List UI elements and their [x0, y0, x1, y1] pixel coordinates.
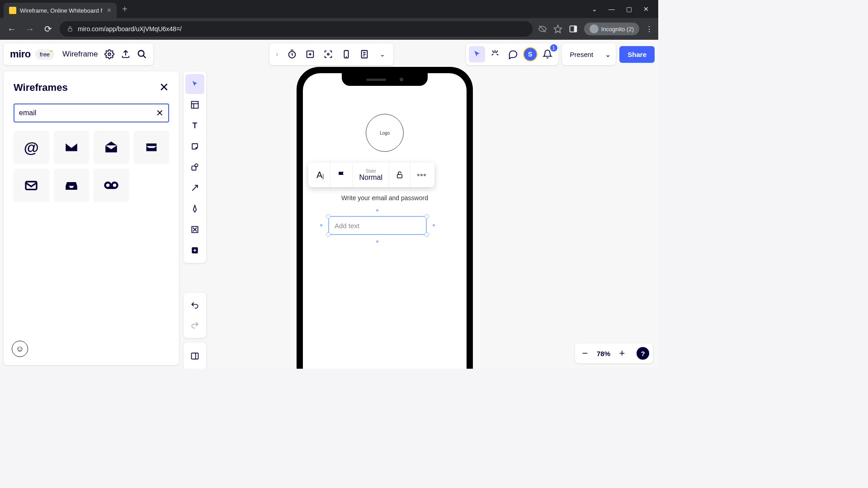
selection-handle-tl[interactable]	[326, 214, 330, 219]
wireframe-voicemail-icon[interactable]	[94, 169, 129, 202]
share-button[interactable]: Share	[619, 46, 655, 63]
browser-tab[interactable]: Wireframe, Online Whiteboard f ×	[4, 3, 117, 18]
undo-button[interactable]	[185, 296, 204, 315]
user-avatar[interactable]: S	[523, 47, 538, 61]
maximize-icon[interactable]: ▢	[626, 6, 632, 12]
selection-anchor-b[interactable]	[376, 240, 378, 243]
reactions-icon[interactable]	[487, 46, 503, 62]
eye-off-icon[interactable]	[538, 24, 547, 33]
more-options-button[interactable]: •••	[410, 163, 433, 187]
redo-button[interactable]	[185, 315, 204, 335]
chevron-down-icon[interactable]: ⌄	[591, 6, 598, 12]
address-bar[interactable]: miro.com/app/board/uXjVMqU6x48=/	[60, 21, 533, 37]
selection-handle-br[interactable]	[425, 232, 429, 237]
text-tool[interactable]	[185, 116, 204, 136]
close-tab-icon[interactable]: ×	[107, 6, 111, 14]
flag-button[interactable]	[330, 163, 353, 187]
svg-marker-2	[554, 25, 561, 33]
selection-anchor-r[interactable]	[433, 224, 435, 226]
selected-text-field[interactable]: Add text	[328, 216, 427, 235]
star-icon[interactable]	[553, 24, 562, 33]
add-tool[interactable]	[185, 240, 204, 260]
notifications-icon[interactable]: 1	[539, 46, 556, 62]
minimize-icon[interactable]: —	[609, 6, 615, 12]
reload-button[interactable]: ⟳	[42, 23, 54, 34]
miro-logo[interactable]: miro	[10, 48, 31, 60]
search-input[interactable]	[19, 109, 156, 117]
zoom-value[interactable]: 78%	[597, 350, 610, 357]
state-dropdown[interactable]: State Normal	[353, 163, 389, 187]
settings-icon[interactable]	[104, 49, 114, 59]
selection-handle-tr[interactable]	[425, 214, 429, 219]
export-icon[interactable]	[121, 49, 131, 59]
zoom-out-button[interactable]: −	[579, 347, 591, 359]
cursor-icon[interactable]	[469, 46, 485, 62]
close-panel-icon[interactable]: ✕	[159, 80, 169, 94]
svg-rect-31	[192, 353, 198, 359]
incognito-label: Incognito (2)	[601, 26, 634, 33]
notes-icon[interactable]	[356, 46, 373, 62]
lock-button[interactable]	[389, 163, 410, 187]
zoom-in-button[interactable]: +	[616, 347, 628, 359]
close-window-icon[interactable]: ✕	[643, 6, 649, 12]
svg-point-25	[195, 164, 198, 167]
device-icon[interactable]	[338, 46, 354, 62]
miro-header: miro free Wireframe	[4, 43, 153, 65]
collaboration-bar: S 1 Present ⌄ Share	[466, 43, 655, 65]
subtitle-text[interactable]: Write your email and password	[303, 194, 467, 202]
back-button[interactable]: ←	[5, 24, 18, 34]
wireframe-envelope-outline-icon[interactable]	[14, 169, 49, 202]
focus-icon[interactable]	[320, 46, 336, 62]
panel-icon[interactable]	[569, 24, 578, 33]
panels-toolbar	[184, 343, 206, 369]
svg-rect-0	[68, 28, 72, 31]
board-name[interactable]: Wireframe	[62, 50, 98, 59]
pen-tool[interactable]	[185, 199, 204, 219]
new-tab-button[interactable]: +	[122, 4, 127, 14]
help-button[interactable]: ?	[637, 347, 649, 360]
wireframe-inbox-tray-icon[interactable]	[54, 169, 90, 202]
svg-point-6	[138, 51, 144, 56]
wireframe-search[interactable]: ✕	[14, 103, 169, 122]
forward-button[interactable]: →	[24, 24, 36, 34]
sticky-tool[interactable]	[185, 136, 204, 156]
template-tool[interactable]	[185, 95, 204, 115]
wireframe-envelope-solid-icon[interactable]	[54, 131, 90, 164]
selection-anchor-l[interactable]	[320, 224, 322, 226]
field-placeholder: Add text	[335, 222, 359, 230]
comment-icon[interactable]	[505, 46, 521, 62]
svg-point-10	[327, 53, 329, 55]
shape-tool[interactable]	[185, 157, 204, 177]
logo-placeholder[interactable]: Logo	[366, 114, 404, 152]
panel-toggle-icon[interactable]	[185, 346, 204, 366]
help-chat-icon[interactable]: ☺	[12, 341, 28, 357]
present-dropdown-icon[interactable]: ⌄	[601, 50, 614, 59]
overflow-menu-icon[interactable]: ⋮	[646, 25, 653, 33]
selection-handle-bl[interactable]	[326, 232, 330, 237]
url-text: miro.com/app/board/uXjVMqU6x48=/	[78, 25, 182, 33]
wireframe-envelope-open-icon[interactable]	[94, 131, 129, 164]
present-button[interactable]: Present	[564, 46, 600, 63]
incognito-icon	[590, 24, 599, 33]
plan-badge[interactable]: free	[35, 49, 54, 60]
arrow-tool[interactable]	[185, 178, 204, 198]
search-icon[interactable]	[137, 49, 147, 59]
select-tool[interactable]	[185, 74, 204, 94]
selection-toolbar: A| State Normal •••	[308, 163, 434, 187]
wireframe-at-icon[interactable]: @	[14, 131, 49, 164]
text-style-button[interactable]: A|	[310, 163, 330, 187]
panel-title: Wireframes	[14, 82, 68, 94]
timer-icon[interactable]	[284, 46, 300, 62]
chevron-right-icon[interactable]: ›	[272, 50, 282, 58]
wireframe-tool[interactable]	[185, 220, 204, 239]
badge-dot-icon	[50, 50, 52, 52]
incognito-badge[interactable]: Incognito (2)	[584, 23, 639, 35]
selection-anchor-t[interactable]	[376, 209, 378, 211]
tools-toolbar	[184, 71, 206, 263]
svg-point-5	[108, 53, 111, 56]
more-chevron-icon[interactable]: ⌄	[374, 46, 391, 62]
frame-add-icon[interactable]	[302, 46, 318, 62]
zoom-controls: − 78% + ?	[575, 343, 653, 363]
clear-search-icon[interactable]: ✕	[156, 108, 164, 118]
wireframe-inbox-badge-icon[interactable]	[134, 131, 170, 164]
